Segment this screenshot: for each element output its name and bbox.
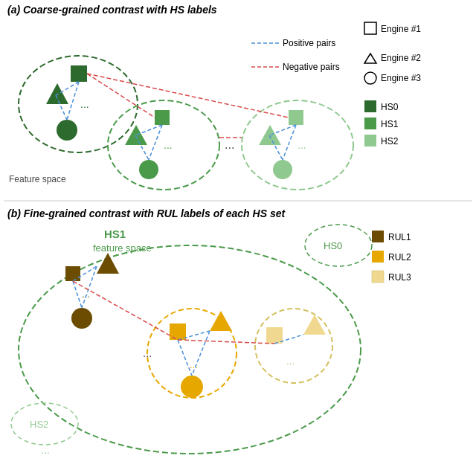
pos-line-a3-1 bbox=[269, 125, 296, 135]
dots-rul3: ... bbox=[286, 355, 295, 367]
neg-line-b-2 bbox=[178, 340, 274, 344]
hs1-feature-space-label: HS1 bbox=[104, 228, 126, 240]
shape-a1-square-top bbox=[71, 65, 87, 82]
dots-between-rul: ... bbox=[143, 347, 152, 359]
shape-a3-square-top bbox=[289, 110, 303, 125]
cluster-b-rul3 bbox=[255, 309, 332, 383]
legend-engine3-label: Engine #3 bbox=[381, 73, 421, 83]
legend-hs0-icon bbox=[364, 100, 376, 112]
legend-rul3-label: RUL3 bbox=[388, 272, 411, 283]
feature-space-label: Feature space bbox=[9, 174, 66, 184]
shape-b-rul3-square bbox=[266, 327, 283, 344]
hs2-label: HS2 bbox=[30, 419, 48, 430]
legend-positive-label: Positive pairs bbox=[283, 38, 335, 48]
legend-hs2-icon bbox=[364, 135, 376, 147]
legend-hs2-label: HS2 bbox=[381, 136, 399, 147]
legend-engine2-label: Engine #2 bbox=[381, 53, 421, 63]
legend-rul3-icon bbox=[372, 271, 384, 283]
shape-b-rul1-square bbox=[65, 266, 80, 281]
pos-line-b-rul1-3 bbox=[82, 266, 97, 308]
dots-between-a: ... bbox=[225, 138, 234, 151]
legend-rul2-label: RUL2 bbox=[388, 252, 411, 263]
shape-b-rul1-circle bbox=[71, 308, 92, 329]
legend-hs1-label: HS1 bbox=[381, 119, 399, 129]
dots-a1: ... bbox=[80, 98, 89, 110]
pos-line-a2-1 bbox=[135, 125, 162, 135]
shape-b-rul2-square bbox=[170, 323, 186, 340]
shape-a2-triangle bbox=[125, 125, 147, 145]
shape-b-rul3-triangle bbox=[303, 315, 326, 335]
legend-engine3-icon bbox=[364, 72, 376, 84]
section-b-title: (b) Fine-grained contrast with RUL label… bbox=[7, 207, 286, 219]
pos-line-a2-3 bbox=[149, 125, 162, 160]
legend-negative-label: Negative pairs bbox=[283, 62, 340, 72]
dots-a3: ... bbox=[298, 139, 306, 151]
neg-line-a-2 bbox=[87, 74, 289, 118]
legend-engine1-label: Engine #1 bbox=[381, 24, 421, 34]
shape-a1-circle bbox=[57, 120, 77, 141]
shape-a3-circle bbox=[273, 160, 292, 179]
section-a-title: (a) Coarse-grained contrast with HS labe… bbox=[7, 4, 217, 16]
hs0-label: HS0 bbox=[324, 240, 342, 251]
legend-rul1-label: RUL1 bbox=[388, 232, 411, 242]
neg-line-a-1 bbox=[87, 74, 155, 118]
pos-line-b-rul2-2 bbox=[178, 340, 192, 376]
legend-hs1-icon bbox=[364, 118, 376, 129]
pos-line-a3-3 bbox=[283, 125, 296, 160]
dots-hs2: ... bbox=[41, 444, 50, 456]
hs1-feature-label: feature space bbox=[93, 242, 152, 254]
shape-a2-square-top bbox=[155, 110, 170, 125]
pos-line-a1-3 bbox=[67, 82, 79, 120]
shape-a2-circle bbox=[139, 160, 158, 179]
legend-rul2-icon bbox=[372, 251, 384, 263]
diagram-container: (a) Coarse-grained contrast with HS labe… bbox=[0, 0, 476, 470]
legend-engine2-icon bbox=[364, 54, 376, 63]
legend-rul1-icon bbox=[372, 231, 384, 242]
legend-hs0-label: HS0 bbox=[381, 102, 399, 112]
shape-b-rul2-circle bbox=[181, 376, 203, 398]
legend-engine1-icon bbox=[364, 22, 376, 34]
shape-a3-triangle bbox=[259, 125, 281, 145]
dots-a2: ... bbox=[164, 139, 173, 151]
